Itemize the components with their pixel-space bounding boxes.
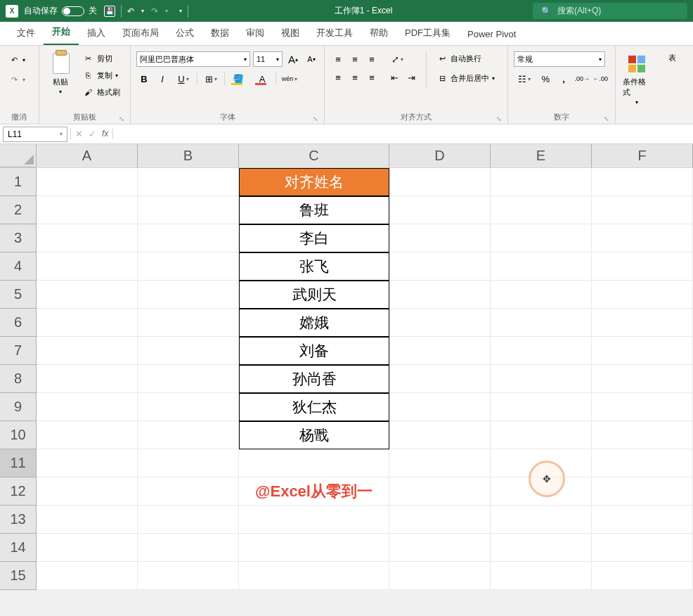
decrease-decimal-button[interactable]: ←.00 (592, 71, 608, 86)
row-header[interactable]: 14 (0, 534, 37, 562)
cell-C3[interactable]: 李白 (239, 224, 389, 252)
cell-C11[interactable] (239, 449, 389, 477)
cell-D13[interactable] (389, 506, 491, 534)
cell-E2[interactable] (491, 196, 592, 224)
row-header[interactable]: 13 (0, 506, 37, 534)
cell-A8[interactable] (37, 365, 138, 393)
tab-powerpivot[interactable]: Power Pivot (459, 23, 524, 45)
row-header[interactable]: 10 (0, 421, 37, 449)
row-header[interactable]: 4 (0, 252, 37, 281)
col-header-B[interactable]: B (138, 144, 239, 167)
cell-D4[interactable] (389, 252, 491, 281)
undo-button[interactable]: ↶ (127, 6, 134, 16)
fill-color-button[interactable]: 🪣 (228, 71, 249, 86)
align-left-button[interactable]: ≡ (330, 70, 346, 85)
copy-button[interactable]: ⎘复制▾ (80, 68, 123, 82)
cell-B6[interactable] (138, 309, 239, 337)
row-header[interactable]: 7 (0, 337, 37, 365)
col-header-F[interactable]: F (592, 144, 693, 167)
align-center-button[interactable]: ≡ (347, 70, 363, 85)
tab-pdftools[interactable]: PDF工具集 (396, 21, 459, 45)
font-color-button[interactable]: A (252, 71, 273, 86)
cell-A4[interactable] (37, 252, 138, 281)
format-painter-button[interactable]: 🖌格式刷 (80, 85, 123, 99)
cell-E9[interactable] (491, 393, 592, 421)
dialog-launcher-icon[interactable]: ⤡ (313, 115, 318, 122)
tab-developer[interactable]: 开发工具 (308, 21, 361, 45)
cell-F10[interactable] (592, 421, 693, 449)
cell-C5[interactable]: 武则天 (239, 281, 389, 309)
cell-A14[interactable] (37, 534, 138, 562)
cell-D1[interactable] (389, 168, 491, 196)
cell-D14[interactable] (389, 534, 491, 562)
cell-C6[interactable]: 嫦娥 (239, 309, 389, 337)
cell-F12[interactable] (592, 477, 693, 506)
cell-D6[interactable] (389, 309, 491, 337)
tab-home[interactable]: 开始 (44, 20, 79, 45)
font-size-select[interactable]: 11▾ (253, 51, 283, 67)
toggle-switch-icon[interactable] (62, 6, 84, 16)
bold-button[interactable]: B (136, 71, 152, 86)
tab-file[interactable]: 文件 (8, 21, 44, 45)
cell-A13[interactable] (37, 506, 138, 534)
cell-F15[interactable] (592, 562, 693, 590)
cell-D5[interactable] (389, 281, 491, 309)
cancel-formula-icon[interactable]: ✕ (75, 129, 83, 139)
cell-A12[interactable] (37, 477, 138, 506)
cell-E14[interactable] (491, 534, 592, 562)
cell-B12[interactable] (138, 477, 239, 506)
paste-button[interactable]: 粘贴 ▾ (45, 49, 76, 96)
tab-data[interactable]: 数据 (202, 21, 238, 45)
cut-button[interactable]: ✂剪切 (80, 51, 123, 65)
cell-B8[interactable] (138, 365, 239, 393)
cell-C8[interactable]: 孙尚香 (239, 365, 389, 393)
phonetic-button[interactable]: wén (279, 71, 300, 86)
select-all-button[interactable] (0, 144, 37, 167)
italic-button[interactable]: I (155, 71, 170, 86)
conditional-format-button[interactable]: 条件格式 ▾ (621, 51, 652, 107)
redo-dropdown-icon[interactable]: ▾ (165, 8, 168, 14)
cell-F9[interactable] (592, 393, 693, 421)
row-header[interactable]: 1 (0, 168, 37, 196)
undo-button[interactable]: ↶▾ (6, 53, 28, 67)
redo-button[interactable]: ↷▾ (6, 72, 28, 86)
cell-E8[interactable] (491, 365, 592, 393)
cell-A1[interactable] (37, 168, 138, 196)
enter-formula-icon[interactable]: ✓ (89, 129, 96, 139)
qat-customize-icon[interactable]: ▾ (179, 8, 182, 14)
align-middle-button[interactable]: ≡ (347, 51, 363, 67)
col-header-A[interactable]: A (37, 144, 138, 167)
cell-D11[interactable] (389, 449, 491, 477)
cell-A5[interactable] (37, 281, 138, 309)
cell-F14[interactable] (592, 534, 693, 562)
search-box[interactable]: 🔍 搜索(Alt+Q) (533, 3, 687, 19)
cell-B11[interactable] (138, 449, 239, 477)
cell-F7[interactable] (592, 337, 693, 365)
cell-B15[interactable] (138, 562, 239, 590)
cell-C4[interactable]: 张飞 (239, 252, 389, 281)
merge-center-button[interactable]: ⊟合并后居中▾ (434, 71, 498, 85)
cell-E1[interactable] (491, 168, 592, 196)
cell-E5[interactable] (491, 281, 592, 309)
comma-button[interactable]: , (556, 71, 571, 86)
cell-C13[interactable] (239, 506, 389, 534)
cell-F3[interactable] (592, 224, 693, 252)
cell-C7[interactable]: 刘备 (239, 337, 389, 365)
cell-A15[interactable] (37, 562, 138, 590)
cell-D7[interactable] (389, 337, 491, 365)
cell-C9[interactable]: 狄仁杰 (239, 393, 389, 421)
autosave-toggle[interactable]: 自动保存 关 (24, 5, 97, 17)
cell-F1[interactable] (592, 168, 693, 196)
row-header[interactable]: 5 (0, 281, 37, 309)
cell-A7[interactable] (37, 337, 138, 365)
col-header-D[interactable]: D (389, 144, 491, 167)
cell-A6[interactable] (37, 309, 138, 337)
cell-C1[interactable]: 对齐姓名 (239, 168, 389, 196)
tab-pagelayout[interactable]: 页面布局 (114, 21, 167, 45)
decrease-font-button[interactable]: A▾ (304, 51, 319, 67)
cell-B5[interactable] (138, 281, 239, 309)
tab-insert[interactable]: 插入 (79, 21, 114, 45)
cell-F8[interactable] (592, 365, 693, 393)
dialog-launcher-icon[interactable]: ⤡ (119, 115, 124, 122)
cell-B13[interactable] (138, 506, 239, 534)
